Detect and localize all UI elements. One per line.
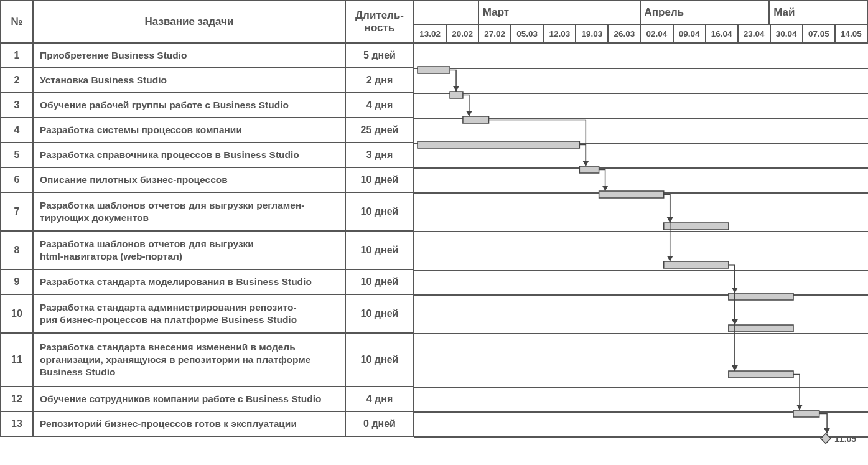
- gantt-bar: [664, 223, 729, 230]
- task-name: Разработка стандарта администрирования р…: [34, 295, 346, 334]
- task-name: Описание пилотных бизнес-процессов: [34, 168, 346, 193]
- task-name: Обучение сотрудников компании работе с B…: [34, 387, 346, 412]
- week-header: 30.04: [771, 25, 803, 42]
- task-no: 5: [0, 143, 34, 168]
- week-header: 05.03: [511, 25, 544, 42]
- task-name: Приобретение Business Studio: [34, 44, 346, 68]
- week-header: 26.03: [609, 25, 641, 42]
- task-no: 13: [0, 412, 34, 437]
- task-duration: 25 дней: [346, 118, 414, 143]
- week-header: 07.05: [803, 25, 836, 42]
- week-header: 27.02: [479, 25, 511, 42]
- week-header: 19.03: [576, 25, 609, 42]
- week-header: 23.04: [739, 25, 771, 42]
- gantt-bar: [579, 166, 599, 173]
- gantt-bar: [664, 261, 729, 268]
- task-name: Разработка шаблонов отчетов для выгрузки…: [34, 193, 346, 232]
- month-header: Апрель: [641, 1, 770, 24]
- week-header: 20.02: [447, 25, 479, 42]
- task-name: Разработка справочника процессов в Busin…: [34, 143, 346, 168]
- header-duration: Длитель-ность: [346, 0, 414, 44]
- gantt-chart: №12345678910111213 Название задачиПриобр…: [0, 0, 868, 465]
- milestone-marker: [821, 434, 831, 444]
- task-duration: 4 дня: [346, 93, 414, 118]
- task-no: 11: [0, 334, 34, 387]
- task-name: Репозиторий бизнес-процессов готов к экс…: [34, 412, 346, 437]
- task-duration: 5 дней: [346, 44, 414, 68]
- week-header: 09.04: [674, 25, 706, 42]
- task-name: Разработка стандарта моделирования в Bus…: [34, 270, 346, 295]
- task-duration: 10 дней: [346, 193, 414, 232]
- task-name: Установка Business Studio: [34, 68, 346, 93]
- gantt-bar: [729, 293, 793, 300]
- task-no: 10: [0, 295, 34, 334]
- task-duration: 4 дня: [346, 387, 414, 412]
- month-header: [414, 1, 479, 24]
- task-no: 9: [0, 270, 34, 295]
- task-no: 8: [0, 232, 34, 270]
- month-header: Март: [479, 1, 641, 24]
- task-duration: 0 дней: [346, 412, 414, 437]
- task-no: 1: [0, 44, 34, 68]
- week-header: 02.04: [641, 25, 673, 42]
- gantt-bar: [793, 410, 819, 417]
- task-duration: 10 дней: [346, 232, 414, 270]
- task-name: Разработка системы процессов компании: [34, 118, 346, 143]
- task-no: 2: [0, 68, 34, 93]
- header-no: №: [0, 0, 34, 44]
- week-header: 14.05: [836, 25, 868, 42]
- task-duration: 10 дней: [346, 334, 414, 387]
- gantt-bar: [418, 67, 450, 73]
- task-duration: 10 дней: [346, 270, 414, 295]
- task-name: Обучение рабочей группы работе с Busines…: [34, 93, 346, 118]
- task-duration: 10 дней: [346, 295, 414, 334]
- task-duration: 2 дня: [346, 68, 414, 93]
- task-duration: 3 дня: [346, 143, 414, 168]
- week-header: 16.04: [706, 25, 739, 42]
- week-header: 13.02: [414, 25, 447, 42]
- gantt-bar: [418, 141, 579, 148]
- gantt-bar: [599, 191, 664, 198]
- gantt-bar: [450, 92, 463, 98]
- task-no: 12: [0, 387, 34, 412]
- task-no: 7: [0, 193, 34, 232]
- task-no: 4: [0, 118, 34, 143]
- task-name: Разработка стандарта внесения изменений …: [34, 334, 346, 387]
- task-name: Разработка шаблонов отчетов для выгрузки…: [34, 232, 346, 270]
- gantt-bar: [729, 325, 793, 332]
- task-no: 6: [0, 168, 34, 193]
- gantt-bar: [729, 371, 793, 378]
- week-header: 12.03: [544, 25, 576, 42]
- gantt-bar: [463, 116, 489, 123]
- task-no: 3: [0, 93, 34, 118]
- task-duration: 10 дней: [346, 168, 414, 193]
- milestone-label: 11.05: [834, 434, 856, 444]
- month-header: Май: [770, 1, 867, 24]
- header-name: Название задачи: [34, 0, 346, 44]
